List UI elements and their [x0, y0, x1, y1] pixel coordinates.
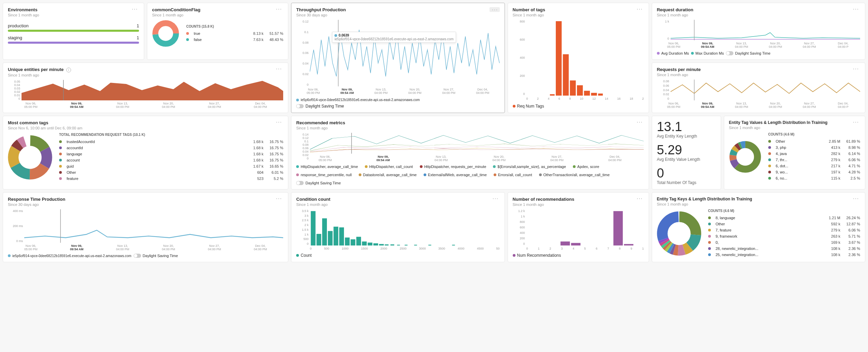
- env-bar: [8, 42, 139, 44]
- recommended-chart[interactable]: 0.140.120.10.080.060.040.020: [296, 133, 644, 154]
- req-per-min-card: Requests per minute Since 1 month ago 0.…: [652, 62, 865, 113]
- x-tick: Nov 13,04:00 PM: [725, 102, 758, 109]
- count-row[interactable]: 9, wo...197 k4.28 %: [768, 169, 860, 175]
- legend-item[interactable]: ie5p6of914-vpce-0dee68212b18591e6.execut…: [8, 254, 132, 258]
- unique-entities-chart[interactable]: 0.050.040.030.020.010: [8, 80, 283, 100]
- legend-item[interactable]: Avg Duration Ms: [657, 51, 689, 55]
- more-icon[interactable]: [851, 120, 860, 124]
- legend-item[interactable]: HttpDispatcher, average_call_time: [296, 165, 358, 169]
- dst-toggle[interactable]: Daylight Saving Time: [134, 254, 178, 258]
- x-tick: 8: [569, 97, 571, 100]
- more-icon[interactable]: [274, 7, 283, 11]
- num-recs-chart[interactable]: 1.2 k1 k8006004002000: [513, 209, 644, 245]
- count-row[interactable]: 9, framework263 k5.71 %: [708, 233, 860, 239]
- more-icon[interactable]: [274, 67, 283, 70]
- req-duration-chart[interactable]: 1 k0: [657, 20, 860, 40]
- info-icon[interactable]: i: [66, 68, 71, 72]
- legend-item[interactable]: Num Recommendations: [513, 253, 644, 258]
- x-tick: Dec 04,04:00 PM: [466, 88, 499, 95]
- count-row[interactable]: 0,169 k3.67 %: [708, 239, 860, 245]
- toggle-icon[interactable]: [296, 104, 304, 108]
- chart-tooltip: 0.0639 ie5p6of914-vpce-0dee68212b18591e6…: [332, 32, 456, 43]
- more-icon[interactable]: [130, 7, 139, 11]
- legend-dot: [708, 223, 711, 225]
- legend-item[interactable]: Errors/all, call_count: [494, 173, 532, 177]
- donut-chart: [152, 20, 179, 47]
- count-row[interactable]: guid1.67 k16.65 %: [59, 163, 283, 169]
- legend-item[interactable]: Datastore/all, average_call_time: [359, 173, 417, 177]
- count-row[interactable]: 28, newrelic_integration...108 k2.36 %: [708, 245, 860, 252]
- count-row[interactable]: Other2.85 M61.89 %: [768, 138, 860, 144]
- env-bar: [8, 30, 139, 32]
- count-row[interactable]: 8, language1.21 M26.24 %: [708, 215, 860, 221]
- legend-item[interactable]: HttpDispatcher, requests_per_minute: [420, 165, 486, 169]
- legend-item[interactable]: ${Errors/all,sample_size}, as_percentage: [493, 165, 566, 169]
- legend-item[interactable]: OtherTransaction/all, average_call_time: [539, 173, 610, 177]
- card-title: Response Time Production: [8, 197, 65, 202]
- req-duration-card: Request duration Since 1 month ago 1 k0 …: [652, 3, 865, 60]
- x-tick: Nov 20,04:00 PM: [146, 102, 191, 109]
- more-icon[interactable]: [851, 197, 860, 200]
- throughput-chart[interactable]: 0.120.10.080.060.040.020 0.0639 ie5p6of9…: [296, 20, 499, 86]
- count-row[interactable]: trustedAccountId1.68 k16.75 %: [59, 139, 283, 145]
- big-number-label: Avg Entity Value Length: [657, 157, 716, 162]
- y-tick: 0.04: [657, 88, 669, 92]
- response-time-chart[interactable]: 400 ms200 ms0 ms: [8, 209, 283, 243]
- legend-item[interactable]: Apdex, score: [573, 165, 599, 169]
- count-row[interactable]: account1.68 k16.75 %: [59, 157, 283, 163]
- x-tick: Nov 09,09:54 AM: [54, 102, 99, 109]
- count-row[interactable]: 6, no...115 k2.5 %: [768, 175, 860, 181]
- more-icon[interactable]: [491, 197, 500, 200]
- count-row[interactable]: 25, newrelic_integration...108 k2.36 %: [708, 252, 860, 258]
- toggle-icon[interactable]: [296, 181, 304, 185]
- legend-item[interactable]: ie5p6of914-vpce-0dee68212b18591e6.execut…: [296, 98, 499, 102]
- y-tick: 0: [296, 83, 308, 86]
- count-row[interactable]: 4, java282 k6.14 %: [768, 151, 860, 157]
- legend-item[interactable]: HttpDispatcher, call_count: [365, 165, 413, 169]
- svg-rect-44: [379, 244, 384, 245]
- toggle-icon[interactable]: [134, 254, 141, 258]
- dst-toggle[interactable]: Daylight Saving Time: [296, 104, 499, 109]
- count-row[interactable]: Other592 k12.87 %: [708, 221, 860, 227]
- y-axis: 0.050.040.030.020.010: [8, 80, 20, 100]
- count-row[interactable]: 3, php413 k8.98 %: [768, 144, 860, 151]
- x-tick: 4: [548, 97, 549, 100]
- donut-chart: [8, 135, 52, 180]
- more-icon[interactable]: [490, 7, 500, 12]
- more-icon[interactable]: [274, 197, 283, 200]
- legend-dot: [296, 99, 299, 101]
- y-tick: 0: [657, 97, 669, 100]
- dst-toggle[interactable]: Daylight Saving Time: [726, 51, 770, 55]
- count-row[interactable]: Other6046.01 %: [59, 169, 283, 175]
- legend-item[interactable]: Req Num Tags: [513, 104, 644, 109]
- count-row[interactable]: accountId1.68 k16.75 %: [59, 145, 283, 151]
- card-title: Throughput Production: [296, 7, 346, 12]
- count-row[interactable]: 7, feature279 k6.06 %: [708, 227, 860, 233]
- more-icon[interactable]: [635, 197, 644, 200]
- count-row[interactable]: feature5235.2 %: [59, 175, 283, 182]
- num-tags-chart[interactable]: 8006004002000: [513, 20, 644, 96]
- legend-item[interactable]: Max Duration Ms: [691, 51, 724, 55]
- more-icon[interactable]: [635, 120, 644, 124]
- count-row[interactable]: 7, thr...279 k6.06 %: [768, 157, 860, 163]
- legend-item[interactable]: External/allWeb, average_call_time: [424, 173, 487, 177]
- legend-dot: [420, 165, 423, 168]
- toggle-icon[interactable]: [726, 51, 733, 55]
- legend-item[interactable]: response_time_percentile, null: [296, 173, 352, 177]
- req-per-min-chart[interactable]: 0.080.060.040.020: [657, 80, 860, 100]
- more-icon[interactable]: [851, 7, 860, 11]
- env-value: 1: [137, 23, 139, 28]
- count-row[interactable]: 6, dot...217 k4.71 %: [768, 163, 860, 169]
- count-row[interactable]: language1.68 k16.75 %: [59, 151, 283, 157]
- card-subtitle: Since 30 days ago: [8, 202, 65, 207]
- legend-dot: [494, 173, 496, 176]
- more-icon[interactable]: [635, 7, 644, 11]
- condition-count-chart[interactable]: 3.5 k3 k2.5 k2 k1.5 k1 k5000: [296, 209, 499, 245]
- card-title: commonConditionFlag: [152, 7, 201, 12]
- num-tags-card: Number of tags Since 1 month ago 8006004…: [508, 3, 649, 113]
- legend-item[interactable]: Count: [296, 253, 499, 258]
- more-icon[interactable]: [274, 120, 283, 124]
- more-icon[interactable]: [851, 67, 860, 70]
- dst-toggle[interactable]: Daylight Saving Time: [296, 181, 341, 185]
- x-tick: Nov 09,09:54 AM: [691, 42, 725, 48]
